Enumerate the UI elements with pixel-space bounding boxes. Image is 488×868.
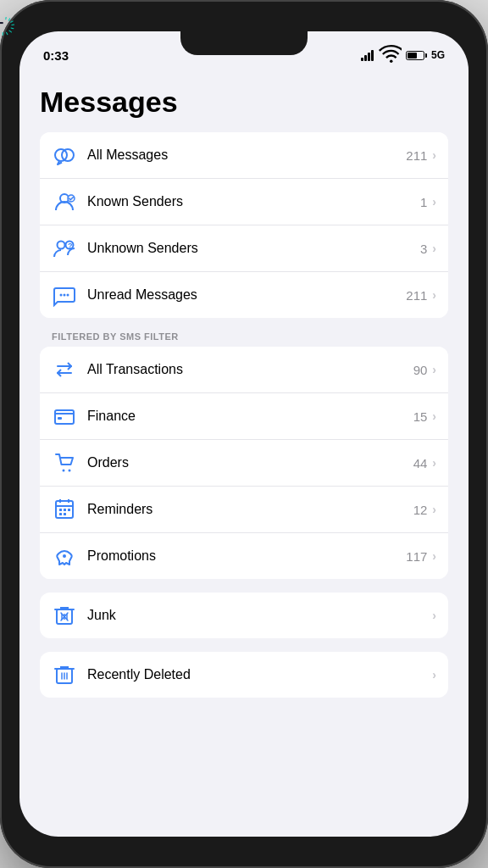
unknown-senders-icon: ? — [52, 236, 77, 261]
svg-line-6 — [7, 32, 8, 34]
list-item-known-senders[interactable]: Known Senders 1 › — [40, 179, 448, 225]
status-time: 0:33 — [43, 48, 69, 63]
unknown-senders-count: 3 — [420, 242, 427, 256]
all-messages-icon — [52, 142, 77, 168]
list-item-all-messages[interactable]: All Messages 211 › — [40, 132, 448, 179]
recently-deleted-label: Recently Deleted — [87, 667, 427, 682]
known-senders-label: Known Senders — [87, 194, 420, 209]
list-item-promotions[interactable]: Promotions 117 › — [40, 533, 448, 579]
network-type: 5G — [431, 49, 445, 61]
junk-icon — [52, 603, 77, 628]
svg-rect-21 — [58, 417, 62, 420]
list-item-junk[interactable]: Junk › — [40, 593, 448, 638]
reminders-label: Reminders — [87, 502, 413, 517]
svg-line-1 — [8, 19, 9, 20]
svg-point-33 — [63, 554, 66, 558]
orders-chevron: › — [432, 456, 436, 470]
svg-point-14 — [58, 242, 65, 249]
recently-deleted-icon — [52, 662, 77, 687]
svg-text:T: T — [0, 19, 3, 36]
svg-rect-29 — [64, 509, 66, 511]
list-item-all-transactions[interactable]: All Transactions 90 › — [40, 347, 448, 393]
all-transactions-icon — [52, 357, 77, 382]
page-title: Messages — [40, 86, 448, 119]
junk-chevron: › — [432, 609, 436, 622]
svg-line-2 — [11, 21, 13, 22]
list-item-finance[interactable]: Finance 15 › — [40, 393, 448, 440]
svg-line-4 — [11, 28, 14, 29]
notch — [180, 31, 308, 55]
orders-count: 44 — [413, 456, 428, 470]
all-transactions-count: 90 — [413, 363, 428, 377]
finance-label: Finance — [87, 409, 413, 424]
all-messages-chevron: › — [432, 148, 436, 162]
main-list-group: All Messages 211 › Known Senders — [40, 132, 448, 318]
reminders-count: 12 — [413, 503, 428, 517]
svg-point-9 — [390, 59, 393, 63]
list-item-unknown-senders[interactable]: ? Unknown Senders 3 › — [40, 225, 448, 272]
list-item-recently-deleted[interactable]: Recently Deleted › — [40, 652, 448, 698]
svg-point-18 — [64, 294, 66, 297]
filtered-list-group: All Transactions 90 › Finance 15 — [40, 347, 448, 579]
finance-count: 15 — [413, 409, 428, 424]
promotions-chevron: › — [432, 549, 436, 563]
all-messages-count: 211 — [406, 148, 427, 163]
recently-deleted-list-group: Recently Deleted › — [40, 652, 448, 698]
status-icons: 5G — [361, 42, 445, 69]
all-transactions-chevron: › — [432, 363, 436, 376]
promotions-icon — [52, 543, 77, 569]
main-content: Messages All Messages 211 › — [19, 69, 469, 837]
unread-messages-chevron: › — [432, 288, 436, 302]
junk-list-group: Junk › — [40, 593, 448, 638]
svg-rect-20 — [55, 410, 74, 424]
known-senders-count: 1 — [420, 195, 427, 209]
known-senders-icon — [52, 189, 77, 214]
svg-point-22 — [63, 470, 65, 472]
svg-point-19 — [67, 294, 69, 297]
svg-point-23 — [69, 470, 71, 472]
sms-filter-header: FILTERED BY SMS FILTER — [52, 331, 448, 342]
svg-rect-32 — [68, 509, 70, 511]
recently-deleted-chevron: › — [432, 668, 436, 682]
list-item-reminders[interactable]: Reminders 12 › — [40, 487, 448, 533]
junk-label: Junk — [87, 608, 427, 623]
unknown-senders-label: Unknown Senders — [87, 241, 420, 256]
svg-rect-31 — [64, 513, 66, 515]
svg-line-5 — [9, 31, 11, 32]
orders-icon — [52, 450, 77, 476]
battery-icon — [406, 51, 427, 60]
unread-messages-icon — [52, 282, 77, 308]
finance-icon — [52, 403, 77, 429]
svg-rect-30 — [59, 513, 62, 515]
unknown-senders-chevron: › — [432, 242, 436, 255]
signal-icon — [361, 50, 374, 61]
unread-messages-label: Unread Messages — [87, 287, 406, 303]
wifi-icon — [378, 42, 402, 69]
phone-frame: T 0:33 — [0, 0, 488, 868]
svg-point-17 — [60, 294, 63, 297]
promotions-count: 117 — [406, 549, 427, 564]
svg-rect-28 — [59, 509, 62, 511]
list-item-unread-messages[interactable]: Unread Messages 211 › — [40, 272, 448, 318]
phone-screen: 0:33 — [19, 31, 469, 837]
all-transactions-label: All Transactions — [87, 362, 413, 377]
unread-messages-count: 211 — [406, 288, 427, 303]
known-senders-chevron: › — [432, 195, 436, 209]
all-messages-label: All Messages — [87, 147, 406, 163]
reminders-chevron: › — [432, 503, 436, 516]
promotions-label: Promotions — [87, 548, 406, 564]
list-item-orders[interactable]: Orders 44 › — [40, 440, 448, 487]
reminders-icon — [52, 497, 77, 522]
finance-chevron: › — [432, 409, 436, 423]
svg-text:?: ? — [68, 242, 73, 250]
orders-label: Orders — [87, 455, 413, 470]
